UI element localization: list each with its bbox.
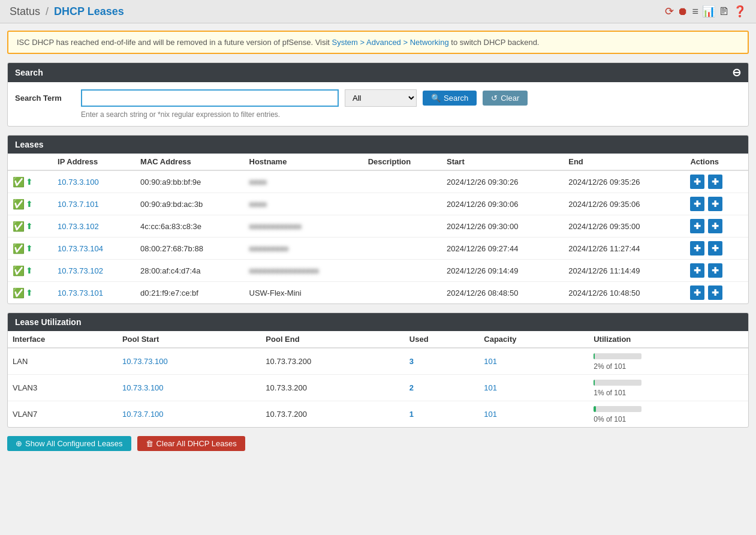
util-utilization: 1% of 101	[589, 375, 748, 401]
row-hostname: ■■■■	[245, 193, 363, 215]
check-icon: ✅	[13, 287, 25, 299]
warning-link[interactable]: System > Advanced > Networking	[332, 38, 449, 47]
chart-icon[interactable]: 📊	[702, 5, 715, 18]
action-btn-2[interactable]: ✚	[708, 197, 722, 211]
action-btn-1[interactable]: ✚	[690, 241, 704, 256]
ip-link[interactable]: 10.73.73.104	[58, 244, 103, 253]
warning-banner: ISC DHCP has reached end-of-life and wil…	[7, 31, 749, 54]
table-row: ✅ ⬆ 10.73.3.102 4c:cc:6a:83:c8:3e ■■■■■■…	[8, 215, 748, 238]
utilization-table-container: Interface Pool Start Pool End Used Capac…	[8, 331, 748, 427]
leases-table-container: IP Address MAC Address Hostname Descript…	[8, 154, 748, 303]
util-pool-end: 10.73.73.200	[261, 348, 404, 375]
stop-icon[interactable]: ⏺	[677, 5, 688, 18]
row-hostname: ■■■■■■■■■	[245, 238, 363, 260]
row-end: 2024/12/26 09:35:00	[564, 215, 685, 238]
collapse-icon[interactable]: ⊖	[732, 67, 741, 78]
action-btn-2[interactable]: ✚	[708, 285, 722, 300]
utilization-header-row: Interface Pool Start Pool End Used Capac…	[8, 331, 748, 348]
row-end: 2024/12/26 11:14:49	[564, 260, 685, 282]
util-pool-end: 10.73.3.200	[261, 375, 404, 401]
up-icon: ⬆	[26, 177, 33, 187]
action-btn-2[interactable]: ✚	[708, 263, 722, 278]
table-row: ✅ ⬆ 10.73.3.100 00:90:a9:bb:bf:9e ■■■■ 2…	[8, 170, 748, 193]
pool-start-link[interactable]: 10.73.73.100	[122, 357, 168, 366]
row-actions: ✚ ✚	[685, 193, 748, 215]
util-tbody: LAN 10.73.73.100 10.73.73.200 3 101 2% o…	[8, 348, 748, 427]
col-end: End	[564, 154, 685, 170]
search-filter-select[interactable]: All IP Address MAC Address Hostname Desc…	[345, 89, 417, 107]
search-panel-body: Search Term All IP Address MAC Address H…	[8, 82, 748, 126]
trash-icon: 🗑	[146, 439, 153, 448]
row-ip: 10.73.3.102	[53, 215, 135, 238]
up-icon: ⬆	[26, 266, 33, 275]
row-actions: ✚ ✚	[685, 215, 748, 238]
row-mac: 00:90:a9:bd:ac:3b	[135, 193, 244, 215]
up-icon: ⬆	[26, 221, 33, 231]
ip-link[interactable]: 10.73.73.102	[58, 266, 103, 275]
action-btn-1[interactable]: ✚	[690, 285, 704, 300]
row-status: ✅ ⬆	[8, 193, 53, 215]
clear-dhcp-leases-button[interactable]: 🗑 Clear All DHCP Leases	[137, 436, 245, 451]
search-input[interactable]	[81, 89, 339, 107]
row-mac: 28:00:af:c4:d7:4a	[135, 260, 244, 282]
row-actions: ✚ ✚	[685, 170, 748, 193]
row-start: 2024/12/26 09:30:06	[442, 193, 564, 215]
ip-link[interactable]: 10.73.3.102	[58, 222, 99, 231]
refresh-icon[interactable]: ⟳	[665, 5, 674, 18]
util-label: 0% of 101	[594, 415, 743, 423]
util-capacity: 101	[479, 348, 589, 375]
leases-tbody: ✅ ⬆ 10.73.3.100 00:90:a9:bb:bf:9e ■■■■ 2…	[8, 170, 748, 303]
row-hostname: ■■■■■■■■■■■■■■■■	[245, 260, 363, 282]
row-mac: 00:90:a9:bb:bf:9e	[135, 170, 244, 193]
ip-link[interactable]: 10.73.3.100	[58, 178, 99, 187]
action-btn-2[interactable]: ✚	[708, 241, 722, 256]
search-panel-title: Search	[15, 68, 43, 77]
row-description	[363, 193, 442, 215]
action-btn-1[interactable]: ✚	[690, 219, 704, 233]
row-start: 2024/12/26 09:14:49	[442, 260, 564, 282]
pool-start-link[interactable]: 10.73.3.100	[122, 383, 164, 392]
leases-panel-header: Leases	[8, 136, 748, 154]
row-description	[363, 282, 442, 304]
action-btn-1[interactable]: ✚	[690, 263, 704, 278]
row-end: 2024/12/26 11:27:44	[564, 238, 685, 260]
clear-button[interactable]: ↺ Clear	[483, 91, 528, 106]
ip-link[interactable]: 10.73.7.101	[58, 200, 99, 209]
help-icon[interactable]: ❓	[733, 5, 746, 18]
search-hint: Enter a search string or *nix regular ex…	[81, 110, 741, 119]
search-button[interactable]: 🔍 Search	[423, 91, 477, 106]
col-start: Start	[442, 154, 564, 170]
action-btn-1[interactable]: ✚	[690, 197, 704, 211]
row-end: 2024/12/26 09:35:06	[564, 193, 685, 215]
action-btn-2[interactable]: ✚	[708, 175, 722, 189]
util-pool-start: 10.73.7.100	[118, 401, 261, 428]
list-icon[interactable]: 🖹	[719, 5, 730, 18]
row-actions: ✚ ✚	[685, 260, 748, 282]
breadcrumb-status: Status	[10, 5, 40, 17]
row-status: ✅ ⬆	[8, 238, 53, 260]
util-capacity: 101	[479, 375, 589, 401]
show-configured-leases-button[interactable]: ⊕ Show All Configured Leases	[7, 436, 131, 451]
col-ip: IP Address	[53, 154, 135, 170]
col-mac: MAC Address	[135, 154, 244, 170]
row-end: 2024/12/26 10:48:50	[564, 282, 685, 304]
col-status	[8, 154, 53, 170]
warning-text-end: to switch DHCP backend.	[451, 38, 539, 47]
up-icon: ⬆	[26, 288, 33, 297]
leases-panel-title: Leases	[15, 140, 43, 149]
row-description	[363, 170, 442, 193]
util-used: 3	[405, 348, 480, 375]
ip-link[interactable]: 10.73.73.101	[58, 288, 103, 297]
leases-table-header-row: IP Address MAC Address Hostname Descript…	[8, 154, 748, 170]
row-start: 2024/12/26 09:30:00	[442, 215, 564, 238]
search-row: Search Term All IP Address MAC Address H…	[15, 89, 741, 107]
pool-start-link[interactable]: 10.73.7.100	[122, 410, 164, 419]
header-icons: ⟳ ⏺ ≡ 📊 🖹 ❓	[665, 5, 746, 18]
util-pool-start: 10.73.73.100	[118, 348, 261, 375]
row-start: 2024/12/26 09:30:26	[442, 170, 564, 193]
action-btn-2[interactable]: ✚	[708, 219, 722, 233]
menu-icon[interactable]: ≡	[692, 5, 698, 18]
row-start: 2024/12/26 08:48:50	[442, 282, 564, 304]
action-btn-1[interactable]: ✚	[690, 175, 704, 189]
hostname-text: ■■■■■■■■■■■■	[249, 223, 302, 231]
